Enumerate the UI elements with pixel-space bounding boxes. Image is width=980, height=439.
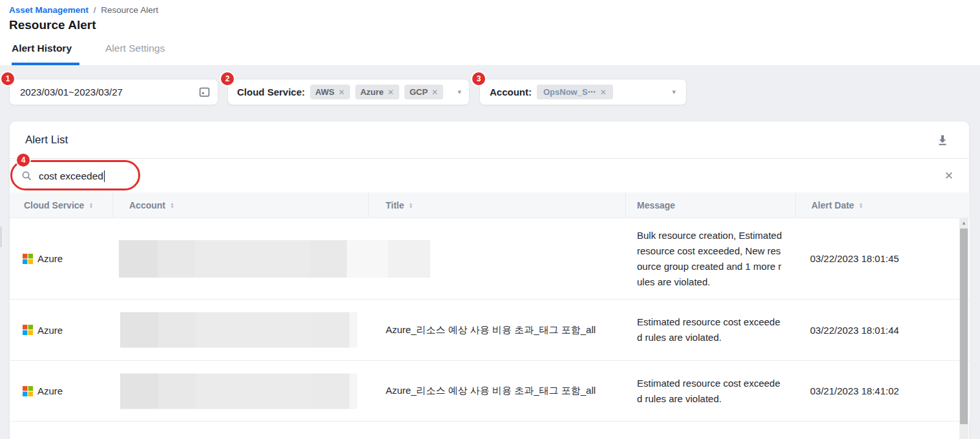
cloud-service-filter-label: Cloud Service: [237,87,305,97]
breadcrumb-asset-management-link[interactable]: Asset Management [9,5,89,15]
table-row[interactable]: Azure Azure_리소스 예상 사용 비용 초과_태그 포함_all Es… [10,361,970,422]
chip-azure-label: Azure [360,87,384,97]
account-filter-label: Account: [490,87,532,97]
alert-date-cell: 03/22/2023 18:01:45 [796,253,970,264]
alert-search-bar[interactable]: cost exceeded ✕ [10,159,969,192]
redaction-block [119,240,430,278]
cloud-service-cell: Azure [10,253,113,264]
redaction-block [120,312,357,348]
search-icon [21,170,32,181]
scrollbar-thumb[interactable] [960,229,968,424]
breadcrumb-separator: / [94,5,96,15]
column-header-alert-date[interactable]: Alert Date ▲▼ [796,192,970,218]
chip-gcp-remove-icon[interactable]: ✕ [432,88,438,97]
title-cell: Azure_리소스 예상 사용 비용 초과_태그 포함_all [369,324,626,336]
annotation-badge-2: 2 [221,72,234,85]
chip-account-opsnow[interactable]: OpsNow_S⋯ ✕ [537,85,613,99]
alert-date-cell: 03/21/2023 18:41:02 [796,385,970,396]
title-cell: Azure_리소스 예상 사용 비용 초과_태그 포함_all [369,385,626,397]
redaction-block [120,373,357,409]
table-row[interactable]: Azure Azure_리소스 예상 사용 비용 초과_태그 포함_all Es… [10,300,970,361]
text-cursor [104,170,105,182]
chip-gcp[interactable]: GCP ✕ [404,85,443,99]
page-title: Resource Alert [9,18,96,32]
table-header-row: Cloud Service ▲▼ Account ▲▼ Title ▲▼ Mes… [10,192,970,218]
message-cell: Bulk resource creation, Estimated resour… [626,228,796,290]
chip-aws-label: AWS [315,87,335,97]
chip-azure-remove-icon[interactable]: ✕ [388,88,394,97]
download-icon[interactable] [937,134,948,146]
cloud-service-filter[interactable]: Cloud Service: AWS ✕ Azure ✕ GCP ✕ ▾ [227,79,470,105]
date-range-value[interactable]: 2023/03/01~2023/03/27 [20,87,123,97]
column-header-cloud-service[interactable]: Cloud Service ▲▼ [10,192,113,218]
column-header-title[interactable]: Title ▲▼ [369,192,626,218]
sort-icon[interactable]: ▲▼ [409,202,413,209]
cloud-service-cell: Azure [10,385,113,396]
message-cell: Estimated resource cost exceeded rules a… [626,376,796,407]
message-cell: Estimated resource cost exceeded rules a… [626,314,796,345]
left-edge-scroll-artifact [0,227,2,247]
column-header-message[interactable]: Message [626,192,796,218]
alert-date-cell: 03/22/2023 18:01:44 [796,325,970,336]
table-body: Azure Bulk resource creation, Estimated … [10,218,970,422]
sort-icon[interactable]: ▲▼ [170,202,174,209]
search-clear-icon[interactable]: ✕ [944,170,954,181]
sort-icon[interactable]: ▲▼ [89,202,93,209]
cloud-service-dropdown-caret-icon[interactable]: ▾ [457,88,461,96]
table-row[interactable]: Azure Bulk resource creation, Estimated … [10,218,970,300]
account-filter[interactable]: Account: OpsNow_S⋯ ✕ ▾ [479,79,687,105]
chip-aws-remove-icon[interactable]: ✕ [339,88,345,97]
account-dropdown-caret-icon[interactable]: ▾ [672,88,676,96]
annotation-badge-4: 4 [17,154,30,167]
sort-icon[interactable]: ▲▼ [859,202,863,209]
chip-gcp-label: GCP [410,87,428,97]
tab-alert-history[interactable]: Alert History [12,43,72,54]
date-range-filter[interactable]: 2023/03/01~2023/03/27 [9,79,218,105]
chip-azure[interactable]: Azure ✕ [355,85,399,99]
tab-alert-settings[interactable]: Alert Settings [105,43,165,54]
search-input[interactable]: cost exceeded [39,170,103,182]
column-header-account[interactable]: Account ▲▼ [113,192,369,218]
azure-microsoft-logo-icon [23,386,33,396]
annotation-badge-3: 3 [472,72,485,85]
scrollbar-up-arrow-icon[interactable]: ▲ [961,218,966,229]
alert-list-panel: Alert List cost exceeded ✕ Cloud Service… [9,121,970,439]
azure-microsoft-logo-icon [23,325,33,335]
chip-aws[interactable]: AWS ✕ [310,85,350,99]
chip-account-remove-icon[interactable]: ✕ [600,88,607,97]
chip-account-label: OpsNow_S⋯ [543,87,596,97]
azure-microsoft-logo-icon [23,254,33,264]
calendar-icon[interactable] [199,87,210,97]
table-vertical-scrollbar[interactable]: ▲ [959,218,968,439]
breadcrumb-current: Resource Alert [101,5,158,15]
alert-list-header: Alert List [10,121,969,159]
annotation-badge-1: 1 [1,72,14,85]
resource-alert-page: Asset Management / Resource Alert Resour… [0,0,980,439]
cloud-service-cell: Azure [10,325,113,336]
breadcrumb: Asset Management / Resource Alert [9,5,158,15]
alert-list-title: Alert List [25,134,68,147]
